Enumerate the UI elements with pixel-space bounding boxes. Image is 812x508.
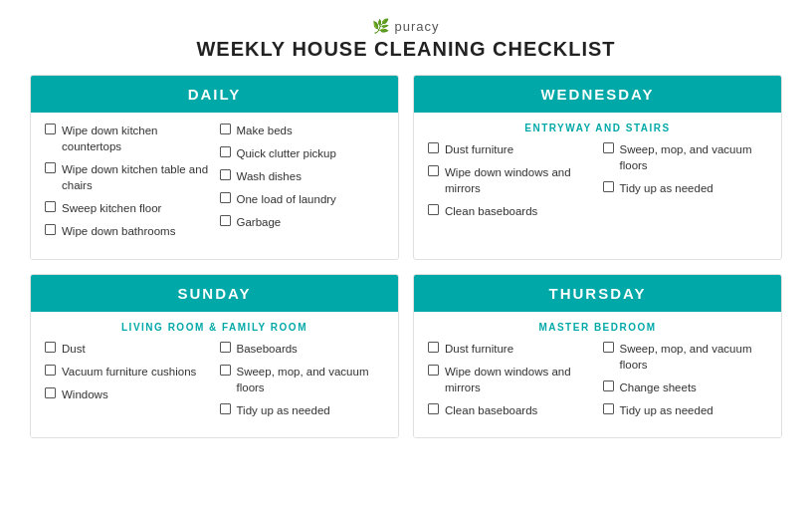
item-text: Dust: [62, 341, 86, 357]
checklist-item[interactable]: Wash dishes: [220, 168, 385, 184]
logo-line: 🌿 puracy: [30, 18, 782, 34]
checklist-item[interactable]: Wipe down windows and mirrors: [428, 364, 593, 395]
item-text: Wipe down windows and mirrors: [445, 364, 593, 395]
page: 🌿 puracy WEEKLY HOUSE CLEANING CHECKLIST…: [0, 0, 812, 508]
checkbox[interactable]: [428, 165, 439, 176]
column-daily-1: Make bedsQuick clutter pickupWash dishes…: [220, 123, 385, 247]
checklist-item[interactable]: Dust: [45, 341, 210, 357]
column-thursday-1: Sweep, mop, and vacuum floorsChange shee…: [603, 341, 768, 425]
card-header-daily: DAILY: [31, 76, 398, 113]
columns-wednesday: Dust furnitureWipe down windows and mirr…: [428, 141, 767, 226]
column-thursday-0: Dust furnitureWipe down windows and mirr…: [428, 341, 593, 425]
checkbox[interactable]: [45, 365, 56, 376]
column-wednesday-1: Sweep, mop, and vacuum floorsTidy up as …: [603, 141, 768, 226]
checkbox[interactable]: [603, 381, 614, 391]
item-text: Wash dishes: [237, 168, 302, 184]
checkbox[interactable]: [220, 215, 231, 226]
checkbox[interactable]: [220, 146, 231, 157]
item-text: Wipe down kitchen table and chairs: [62, 161, 210, 193]
checklist-item[interactable]: Dust furniture: [428, 141, 593, 157]
checkbox[interactable]: [45, 201, 56, 212]
checkbox[interactable]: [220, 342, 231, 353]
column-sunday-0: DustVacuum furniture cushionsWindows: [45, 341, 210, 425]
checklist-item[interactable]: Wipe down kitchen table and chairs: [45, 161, 210, 193]
checkbox[interactable]: [45, 387, 56, 398]
checklist-item[interactable]: Garbage: [220, 214, 385, 230]
checkbox[interactable]: [45, 162, 56, 173]
item-text: Sweep, mop, and vacuum floors: [620, 341, 768, 373]
checklist-item[interactable]: One load of laundry: [220, 191, 385, 207]
item-text: Garbage: [237, 214, 282, 230]
checkbox[interactable]: [428, 142, 439, 153]
item-text: Wipe down windows and mirrors: [445, 164, 593, 196]
logo-icon: 🌿: [372, 18, 389, 34]
checklist-item[interactable]: Tidy up as needed: [603, 402, 768, 418]
column-wednesday-0: Dust furnitureWipe down windows and mirr…: [428, 141, 593, 226]
checklist-item[interactable]: Vacuum furniture cushions: [45, 364, 210, 380]
card-daily: DAILYWipe down kitchen countertopsWipe d…: [30, 75, 399, 260]
item-text: Baseboards: [237, 341, 298, 357]
checklist-item[interactable]: Sweep, mop, and vacuum floors: [220, 364, 385, 395]
checkbox[interactable]: [45, 342, 56, 353]
checklist-item[interactable]: Tidy up as needed: [220, 402, 385, 418]
main-title: WEEKLY HOUSE CLEANING CHECKLIST: [30, 38, 782, 61]
checklist-item[interactable]: Dust furniture: [428, 341, 593, 357]
card-header-sunday: SUNDAY: [31, 275, 398, 312]
checkbox[interactable]: [603, 181, 614, 192]
checklist-item[interactable]: Make beds: [220, 123, 385, 138]
item-text: Sweep kitchen floor: [62, 200, 161, 216]
logo-text: puracy: [394, 19, 439, 34]
checkbox[interactable]: [428, 403, 439, 414]
checklist-item[interactable]: Wipe down windows and mirrors: [428, 164, 593, 196]
subsection-thursday: MASTER BEDROOM: [428, 322, 767, 333]
checkbox[interactable]: [603, 342, 614, 353]
item-text: Sweep, mop, and vacuum floors: [237, 364, 385, 395]
checklist-item[interactable]: Clean baseboards: [428, 203, 593, 219]
item-text: Tidy up as needed: [620, 180, 713, 196]
card-wednesday: WEDNESDAYENTRYWAY AND STAIRSDust furnitu…: [413, 75, 782, 260]
checklist-item[interactable]: Windows: [45, 386, 210, 402]
item-text: Sweep, mop, and vacuum floors: [620, 141, 768, 173]
item-text: Tidy up as needed: [620, 402, 713, 418]
item-text: One load of laundry: [237, 191, 336, 207]
item-text: Wipe down bathrooms: [62, 223, 175, 239]
card-body-wednesday: ENTRYWAY AND STAIRSDust furnitureWipe do…: [414, 113, 781, 238]
checklist-grid: DAILYWipe down kitchen countertopsWipe d…: [30, 75, 782, 438]
checklist-item[interactable]: Quick clutter pickup: [220, 145, 385, 161]
checkbox[interactable]: [45, 124, 56, 134]
checkbox[interactable]: [45, 224, 56, 235]
checklist-item[interactable]: Baseboards: [220, 341, 385, 357]
subsection-wednesday: ENTRYWAY AND STAIRS: [428, 123, 767, 133]
column-sunday-1: BaseboardsSweep, mop, and vacuum floorsT…: [220, 341, 385, 425]
card-body-daily: Wipe down kitchen countertopsWipe down k…: [31, 113, 398, 259]
checklist-item[interactable]: Clean baseboards: [428, 402, 593, 418]
checkbox[interactable]: [220, 169, 231, 180]
item-text: Clean baseboards: [445, 402, 537, 418]
checkbox[interactable]: [220, 365, 231, 376]
checkbox[interactable]: [603, 403, 614, 414]
item-text: Quick clutter pickup: [237, 145, 336, 161]
checklist-item[interactable]: Sweep kitchen floor: [45, 200, 210, 216]
checklist-item[interactable]: Wipe down kitchen countertops: [45, 123, 210, 154]
checkbox[interactable]: [220, 124, 231, 134]
checklist-item[interactable]: Sweep, mop, and vacuum floors: [603, 141, 768, 173]
checklist-item[interactable]: Sweep, mop, and vacuum floors: [603, 341, 768, 373]
item-text: Clean baseboards: [445, 203, 537, 219]
card-sunday: SUNDAYLIVING ROOM & FAMILY ROOMDustVacuu…: [30, 274, 399, 438]
card-body-sunday: LIVING ROOM & FAMILY ROOMDustVacuum furn…: [31, 312, 398, 437]
card-header-wednesday: WEDNESDAY: [414, 76, 781, 113]
checkbox[interactable]: [428, 342, 439, 353]
checkbox[interactable]: [220, 192, 231, 203]
checkbox[interactable]: [220, 403, 231, 414]
item-text: Wipe down kitchen countertops: [62, 123, 210, 154]
columns-daily: Wipe down kitchen countertopsWipe down k…: [45, 123, 384, 247]
checkbox[interactable]: [428, 204, 439, 215]
checklist-item[interactable]: Change sheets: [603, 380, 768, 395]
checkbox[interactable]: [428, 365, 439, 376]
checklist-item[interactable]: Tidy up as needed: [603, 180, 768, 196]
checklist-item[interactable]: Wipe down bathrooms: [45, 223, 210, 239]
item-text: Dust furniture: [445, 141, 513, 157]
card-body-thursday: MASTER BEDROOMDust furnitureWipe down wi…: [414, 312, 781, 437]
columns-sunday: DustVacuum furniture cushionsWindowsBase…: [45, 341, 384, 425]
checkbox[interactable]: [603, 142, 614, 153]
